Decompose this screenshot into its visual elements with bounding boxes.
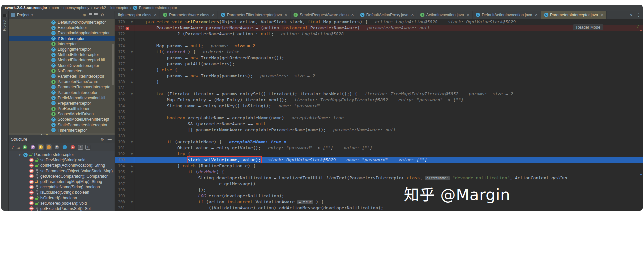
- line-number[interactable]: 187: [115, 121, 125, 127]
- project-tree-item[interactable]: CScopedModelDrivenIntercept: [9, 117, 115, 122]
- code-line-190[interactable]: 190∨ if (acceptableName) {acceptableName…: [115, 139, 643, 145]
- code-line-181[interactable]: 181: [115, 85, 643, 91]
- line-number[interactable]: 183: [115, 97, 125, 103]
- structure-item[interactable]: mdoIntercept(ActionInvocation): String: [9, 163, 115, 168]
- breakpoint-column[interactable]: [125, 19, 130, 25]
- hide-panel-icon[interactable]: —: [107, 137, 112, 142]
- code-line-197[interactable]: 197 e.getMessage(): [115, 181, 643, 187]
- close-icon[interactable]: ✕: [212, 13, 215, 17]
- fold-marker[interactable]: [130, 193, 134, 199]
- line-number[interactable]: 175: [115, 49, 125, 55]
- fold-marker[interactable]: [130, 55, 134, 61]
- structure-item[interactable]: msetDevMode(String): void: [9, 157, 115, 163]
- structure-item[interactable]: macceptableName(String): boolean: [9, 184, 115, 190]
- fold-marker[interactable]: ∨: [130, 49, 134, 55]
- line-number[interactable]: 177: [115, 61, 125, 67]
- project-tree-item[interactable]: IParameterNameAware: [9, 79, 115, 84]
- code-line-196[interactable]: 196 String developerNotification = Local…: [115, 175, 643, 181]
- structure-item[interactable]: misOrdered(): boolean: [9, 195, 115, 201]
- close-icon[interactable]: ✕: [154, 13, 157, 17]
- breakpoint-column[interactable]: [125, 151, 130, 157]
- breakpoint-column[interactable]: [125, 187, 130, 193]
- breakpoint-column[interactable]: [125, 121, 130, 127]
- structure-item[interactable]: mgetExcludeParamsSet(): Set: [9, 206, 115, 211]
- breakpoint-column[interactable]: [125, 133, 130, 139]
- project-tree-item[interactable]: CStaticParametersInterceptor: [9, 122, 115, 128]
- breakpoint-column[interactable]: [125, 175, 130, 181]
- code-line-195[interactable]: 195∨ if (devMode) {: [115, 169, 643, 175]
- breakpoint-column[interactable]: [125, 181, 130, 187]
- breakpoint-column[interactable]: [125, 157, 130, 163]
- line-number[interactable]: 171: [115, 25, 125, 31]
- project-tree-item[interactable]: CMethodFilterInterceptor: [9, 52, 115, 57]
- code-line-180[interactable]: 180∧ }: [115, 79, 643, 85]
- editor-tab[interactable]: IServletRequestAware.class✕: [291, 11, 357, 19]
- close-icon[interactable]: ✕: [285, 13, 287, 17]
- project-tree-item[interactable]: CParametersInterceptor: [9, 90, 115, 95]
- fold-marker[interactable]: ∨: [130, 169, 134, 175]
- close-icon[interactable]: ✕: [535, 13, 538, 17]
- code-line-188[interactable]: 188 || parameterNameAware.acceptablePara…: [115, 127, 643, 133]
- breadcrumb-item[interactable]: ParametersInterceptor: [139, 6, 177, 10]
- project-tree-item[interactable]: IInterceptor: [9, 41, 115, 47]
- code-line-174[interactable]: 174 Map params = null;params: size = 2: [115, 43, 643, 49]
- autoscroll-from-source-icon[interactable]: ⇓: [85, 145, 90, 150]
- code-line-193[interactable]: 193 stack.setValue(name, value);stack: O…: [115, 157, 643, 163]
- breakpoint-column[interactable]: [125, 79, 130, 85]
- collapse-all-icon[interactable]: [89, 138, 92, 141]
- show-supers-toggle[interactable]: c: [22, 144, 28, 150]
- structure-item[interactable]: mgetParameterLogMap(Map): String: [9, 179, 115, 184]
- line-number[interactable]: 174: [115, 43, 125, 49]
- code-line-189[interactable]: 189: [115, 133, 643, 139]
- fold-marker[interactable]: ∨: [130, 151, 134, 157]
- breakpoint-column[interactable]: [125, 85, 130, 91]
- breakpoint-column[interactable]: [125, 55, 130, 61]
- code-line-172[interactable]: 172 ? (ParameterNameAware) action : null…: [115, 31, 643, 37]
- breakpoint-column[interactable]: [125, 103, 130, 109]
- editor-tab[interactable]: CDefaultActionProxy.java✕: [357, 11, 417, 19]
- line-number[interactable]: 181: [115, 85, 125, 91]
- code-line-176[interactable]: 176 params = new TreeMap(getOrderedCompa…: [115, 55, 643, 61]
- fold-marker[interactable]: ∨: [130, 67, 134, 73]
- project-tree-item[interactable]: CExceptionHolder: [9, 25, 115, 30]
- code-line-185[interactable]: 185: [115, 109, 643, 115]
- line-number[interactable]: 190: [115, 139, 125, 145]
- show-properties-toggle[interactable]: P: [30, 144, 36, 150]
- fold-marker[interactable]: [130, 157, 134, 163]
- line-number[interactable]: 193: [115, 157, 125, 163]
- breakpoint-icon[interactable]: ✓: [126, 27, 129, 30]
- breakpoint-column[interactable]: [125, 169, 130, 175]
- tool-window-icon[interactable]: [3, 14, 7, 17]
- breakpoint-column[interactable]: [125, 205, 130, 211]
- line-number[interactable]: 198: [115, 187, 125, 193]
- structure-item[interactable]: mgetOrderedComparator(): Comparator: [9, 174, 115, 179]
- chevron-down-icon[interactable]: ▾: [31, 13, 33, 17]
- inspection-ok-icon[interactable]: ✓: [637, 24, 639, 29]
- breadcrumb-item[interactable]: com: [52, 6, 59, 10]
- project-tree-item[interactable]: CParameterRemoverIntercepto: [9, 84, 115, 90]
- line-number[interactable]: 191: [115, 145, 125, 151]
- line-number[interactable]: 186: [115, 115, 125, 121]
- project-tree-item[interactable]: CExceptionMappingInterceptor: [9, 30, 115, 36]
- code-line-201[interactable]: 201 ((ValidationAware) action).addAction…: [115, 205, 643, 211]
- line-number[interactable]: 195: [115, 169, 125, 175]
- line-number[interactable]: 199: [115, 193, 125, 199]
- group-by-inheritance-toggle[interactable]: Y: [54, 144, 60, 150]
- line-number[interactable]: 176: [115, 55, 125, 61]
- code-line-171[interactable]: 171✓ ParameterNameAware parameterNameAwa…: [115, 25, 643, 31]
- fold-marker[interactable]: [130, 127, 134, 133]
- line-number[interactable]: 188: [115, 127, 125, 133]
- show-lambdas-toggle[interactable]: λ: [70, 144, 76, 150]
- fold-marker[interactable]: [130, 25, 134, 31]
- fold-marker[interactable]: ∧: [130, 79, 134, 85]
- breakpoint-column[interactable]: [125, 43, 130, 49]
- fold-marker[interactable]: [130, 103, 134, 109]
- breakpoint-column[interactable]: [125, 127, 130, 133]
- close-icon[interactable]: ✕: [351, 13, 354, 17]
- code-line-194[interactable]: 194∧ } catch (RuntimeException e) {: [115, 163, 643, 169]
- fold-marker[interactable]: [130, 31, 134, 37]
- fold-marker[interactable]: [130, 61, 134, 67]
- breakpoint-column[interactable]: [125, 73, 130, 79]
- project-tree-item[interactable]: CDefaultWorkflowInterceptor: [9, 20, 115, 25]
- close-icon[interactable]: ✕: [411, 13, 414, 17]
